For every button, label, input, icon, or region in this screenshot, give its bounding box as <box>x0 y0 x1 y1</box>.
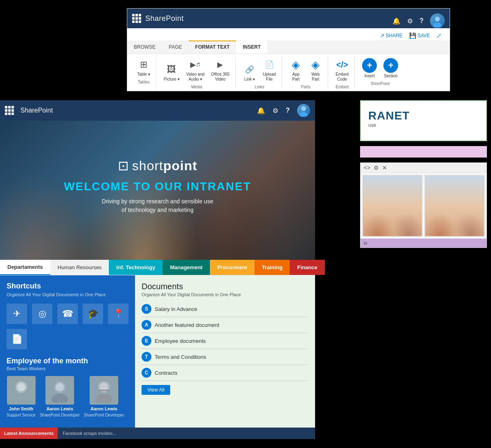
intranet-sub: use <box>368 122 479 128</box>
settings-icon[interactable]: ⚙ <box>374 164 379 171</box>
doc-item-terms[interactable]: T Terms and Conditions <box>142 349 309 365</box>
sp-left-panel: Shortcuts Organize All Your Digital Docu… <box>0 275 135 439</box>
svg-point-1 <box>433 23 441 27</box>
picture-button[interactable]: 🖼 Picture ▾ <box>161 61 182 83</box>
emp-role-2: SharePoint Developer <box>40 413 80 417</box>
app-part-icon: ◈ <box>289 58 302 71</box>
sp-hero-subtitle: Driving by strong research and sensible … <box>102 197 213 214</box>
navtab-departaments[interactable]: Departaments <box>0 260 50 275</box>
picture-icon: 🖼 <box>165 63 178 76</box>
shortpoint-logo-icon: ⊡ <box>118 158 129 173</box>
share-button[interactable]: ↗ SHARE <box>380 32 403 39</box>
upload-file-button[interactable]: 📄 UploadFile <box>260 56 278 83</box>
web-part-icon: ◈ <box>309 58 322 71</box>
ribbon-titlebar: 🔔 ⚙ ? SharePoint ↗ SHARE 💾 SA <box>127 9 450 28</box>
shortpoint-logo-text: shortpoint <box>132 158 197 173</box>
help-icon[interactable]: ? <box>419 17 423 25</box>
svg-point-3 <box>300 112 308 117</box>
ribbon-content: ⊞ Table ▾ Tables 🖼 Picture ▾ ▶🎵 Video an… <box>127 54 450 91</box>
bell-icon[interactable]: 🔔 <box>392 17 401 25</box>
navtab-procurment[interactable]: Procurment <box>210 260 255 275</box>
emp-photo-3 <box>90 376 118 405</box>
navtab-training[interactable]: Training <box>255 260 290 275</box>
emp-role-1: Support Service <box>7 413 36 417</box>
emp-name-3: Aaron Lewis <box>90 406 117 411</box>
navtab-hr[interactable]: Human Resourses <box>50 260 109 275</box>
sp-waffle-icon[interactable] <box>5 106 14 115</box>
shortcuts-title: Shortcuts <box>7 282 128 290</box>
ribbon-group-media: 🖼 Picture ▾ ▶🎵 Video andAudio ▾ ▶ Office… <box>158 56 236 89</box>
emp-name-1: John Smith <box>9 406 34 411</box>
section-button[interactable]: + Section <box>381 56 401 80</box>
doc-item-another[interactable]: A Another featured document <box>142 317 309 333</box>
web-part-button[interactable]: ◈ WebPart <box>306 56 324 83</box>
doc-letter-e: E <box>142 336 151 346</box>
tab-browse[interactable]: BROWSE <box>127 41 162 54</box>
tab-insert[interactable]: INSERT <box>236 41 267 54</box>
sharepoint-window: SharePoint 🔔 ⚙ ? ⊡ shortpoint WELCOME TO… <box>0 100 315 439</box>
sp-gear-icon[interactable]: ⚙ <box>273 107 278 115</box>
employee-title: Employee of the month <box>7 357 128 365</box>
documents-title: Documents <box>142 282 309 291</box>
gear-icon[interactable]: ⚙ <box>407 17 413 25</box>
pink-strip <box>360 146 487 158</box>
emp-card-3: Aaron Lewis SharePoint Developer <box>84 376 124 417</box>
shortcut-flight[interactable]: ✈ <box>7 304 27 324</box>
waffle-icon[interactable] <box>132 14 141 23</box>
navtab-management[interactable]: Management <box>162 260 209 275</box>
shortcut-help[interactable]: ◎ <box>32 304 52 324</box>
ribbon-group-parts: ◈ AppPart ◈ WebPart Parts <box>284 56 328 89</box>
user-avatar[interactable] <box>430 14 445 28</box>
office365-video-button[interactable]: ▶ Office 365Video <box>209 56 232 83</box>
ribbon-tab-row: BROWSE PAGE FORMAT TEXT INSERT <box>127 41 450 54</box>
shortcuts-icons: ✈ ◎ ☎ 🎓 📍 📄 <box>7 304 128 349</box>
tab-page[interactable]: PAGE <box>162 41 188 54</box>
intranet-title: RANET <box>368 109 479 122</box>
svg-point-6 <box>17 383 25 391</box>
table-icon: ⊞ <box>137 58 150 71</box>
sp-hero-title: WELCOME TO OUR INTRANET <box>64 180 251 193</box>
documents-sub: Organize All Your Digital Documents in O… <box>142 292 309 297</box>
view-all-button[interactable]: View All <box>142 385 170 395</box>
focus-button[interactable]: ⤢ <box>437 32 441 39</box>
embed-code-icon: </> <box>336 58 349 71</box>
app-part-button[interactable]: ◈ AppPart <box>287 56 305 83</box>
image-thumb-2 <box>424 175 485 237</box>
shortcut-phone[interactable]: ☎ <box>57 304 78 324</box>
doc-item-employee[interactable]: E Employee documents <box>142 333 309 349</box>
employee-sub: Best Team Workers <box>7 366 128 371</box>
svg-point-11 <box>96 394 112 403</box>
link-button[interactable]: 🔗 Link ▾ <box>241 61 259 83</box>
sp-help-icon[interactable]: ? <box>286 107 290 114</box>
video-audio-button[interactable]: ▶🎵 Video andAudio ▾ <box>184 56 207 83</box>
code-icon[interactable]: <> <box>364 164 370 171</box>
image-editor-box: <> ⚙ ✕ ts <box>360 162 487 248</box>
svg-point-2 <box>301 106 306 111</box>
shortcut-grad[interactable]: 🎓 <box>83 304 103 324</box>
doc-item-contracts[interactable]: C Contracts <box>142 365 309 381</box>
navtab-it[interactable]: Inf. Technology <box>109 260 162 275</box>
save-button[interactable]: 💾 SAVE <box>409 32 430 39</box>
doc-item-salary[interactable]: S Salary in Advance <box>142 301 309 317</box>
shortcut-doc[interactable]: 📄 <box>7 329 27 349</box>
navtab-finance[interactable]: Finance <box>290 260 324 275</box>
table-button[interactable]: ⊞ Table ▾ <box>135 56 153 79</box>
employee-section: Employee of the month Best Team Workers … <box>7 357 128 417</box>
embed-code-button[interactable]: </> EmbedCode <box>333 56 351 83</box>
close-icon[interactable]: ✕ <box>382 164 387 171</box>
ticker-text: Facebook scraps invideo... <box>58 431 116 436</box>
svg-point-8 <box>52 394 68 403</box>
shortcut-location[interactable]: 📍 <box>108 304 128 324</box>
ribbon-group-shortpoint: + Insert + Section ShortPoint <box>356 56 404 89</box>
link-icon: 🔗 <box>243 63 256 76</box>
ticker-label: Latest Announcements <box>0 428 58 439</box>
svg-point-0 <box>435 17 440 22</box>
sp-bell-icon[interactable]: 🔔 <box>257 107 265 115</box>
upload-icon: 📄 <box>263 58 276 71</box>
sp-navbar: SharePoint 🔔 ⚙ ? <box>0 100 315 121</box>
insert-button[interactable]: + Insert <box>360 56 379 80</box>
ribbon-group-embed: </> EmbedCode Embed <box>330 56 355 89</box>
doc-letter-t: T <box>142 352 151 362</box>
sp-user-avatar[interactable] <box>297 104 310 117</box>
tab-format-text[interactable]: FORMAT TEXT <box>189 41 236 54</box>
